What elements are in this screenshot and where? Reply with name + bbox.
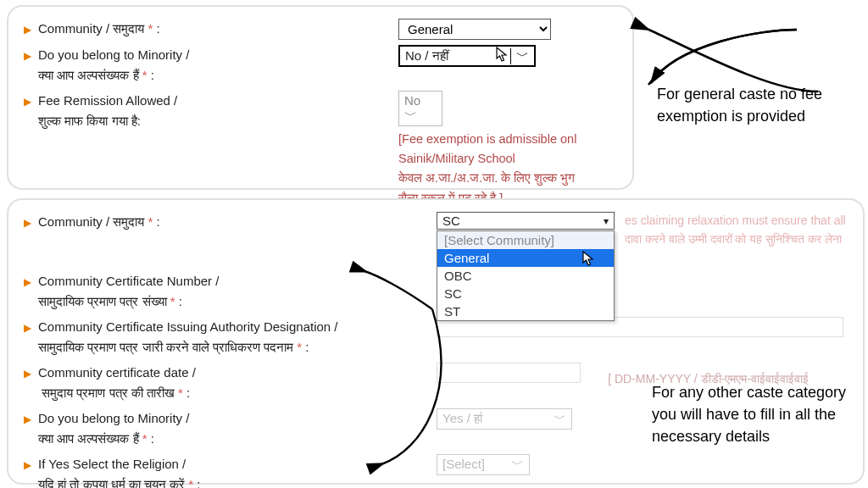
select-minority[interactable]: No / नहीं ﹀ [398, 45, 536, 67]
select-community-2[interactable]: SC ▾ [437, 212, 615, 230]
dropdown-option-placeholder[interactable]: [Select Community] [437, 231, 614, 249]
label-minority: Do you belong to Minority / क्या आप अल्प… [38, 45, 398, 86]
select-fee-remission-disabled: No ﹀ [398, 91, 442, 126]
fee-exemption-note: [Fee exemption is admissible onl Sainik/… [398, 130, 617, 208]
row-minority: ▶ Do you belong to Minority / क्या आप अल… [24, 45, 617, 86]
bullet-icon: ▶ [24, 459, 31, 471]
dropdown-option-st[interactable]: ST [437, 302, 614, 320]
bullet-icon: ▶ [24, 217, 31, 229]
chevron-down-icon: ﹀ [510, 48, 529, 64]
bullet-icon: ▶ [24, 276, 31, 288]
label-community-2: Community / समुदाय * : [38, 212, 437, 232]
chevron-down-icon: ﹀ [511, 457, 524, 473]
dropdown-option-sc[interactable]: SC [437, 285, 614, 302]
select-community[interactable]: General [398, 19, 551, 40]
bullet-icon: ▶ [24, 413, 31, 425]
dropdown-option-obc[interactable]: OBC [437, 267, 614, 285]
row-community: ▶ Community / समुदाय * : General [24, 19, 617, 40]
annotation-other-caste: For any other caste category you will ha… [652, 381, 864, 447]
label-fee-remission: Fee Remission Allowed / शुल्क माफ किया ग… [38, 91, 398, 131]
panel-general-caste: ▶ Community / समुदाय * : General ▶ Do yo… [7, 5, 634, 190]
chevron-down-icon: ﹀ [404, 108, 417, 122]
bullet-icon: ▶ [24, 50, 31, 62]
bullet-icon: ▶ [24, 322, 31, 334]
input-cert-date[interactable] [437, 363, 581, 383]
bullet-icon: ▶ [24, 96, 31, 108]
chevron-down-icon: ▾ [604, 215, 609, 227]
relaxation-hint-hi: दावा करने वाले उम्मी दवारों को यह सुनिश्… [625, 232, 842, 247]
dropdown-option-general[interactable]: General [437, 249, 614, 267]
bullet-icon: ▶ [24, 368, 31, 380]
label-community: Community / समुदाय * : [38, 19, 398, 39]
bullet-icon: ▶ [24, 24, 31, 36]
label-cert-authority: Community Certificate Issuing Authority … [38, 317, 437, 358]
row-community-2: ▶ Community / समुदाय * : SC ▾ [Select Co… [24, 212, 848, 232]
label-cert-number: Community Certificate Number / सामुदायिक… [38, 271, 437, 312]
annotation-general-caste: For general caste no fee exemption is pr… [657, 83, 860, 127]
label-cert-date: Community certificate date / समुदाय प्रम… [38, 363, 437, 403]
row-religion: ▶ If Yes Select the Religion / यदि हां त… [24, 454, 848, 488]
dropdown-community-options: [Select Community] General OBC SC ST [437, 230, 615, 321]
chevron-down-icon: ﹀ [554, 411, 566, 427]
row-fee-remission: ▶ Fee Remission Allowed / शुल्क माफ किया… [24, 91, 617, 208]
relaxation-hint-en: es claiming relaxation must ensure that … [625, 214, 846, 227]
label-minority-2: Do you belong to Minority / क्या आप अल्प… [38, 408, 437, 449]
row-cert-authority: ▶ Community Certificate Issuing Authorit… [24, 317, 848, 358]
select-minority-2[interactable]: Yes / हां﹀ [437, 408, 572, 430]
select-religion[interactable]: [Select]﹀ [437, 454, 530, 475]
label-religion: If Yes Select the Religion / यदि हां तो … [38, 454, 437, 488]
row-cert-number: ▶ Community Certificate Number / सामुदाय… [24, 271, 848, 312]
